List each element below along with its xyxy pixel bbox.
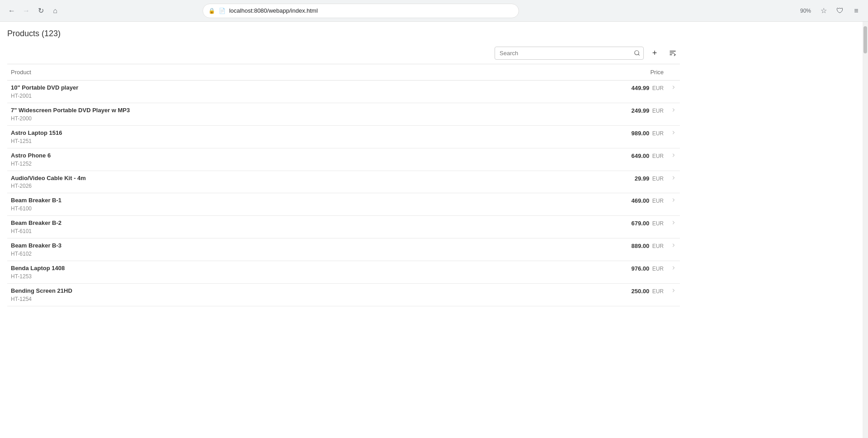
browser-right-controls: 90% ☆ 🛡 ≡ bbox=[797, 5, 863, 17]
table-row[interactable]: Astro Laptop 1516HT-1251989.00 EUR bbox=[7, 125, 680, 148]
chevron-right-icon bbox=[671, 265, 676, 272]
menu-button[interactable]: ≡ bbox=[850, 5, 863, 17]
product-id: HT-1252 bbox=[11, 161, 506, 167]
chevron-right-icon bbox=[671, 197, 676, 204]
product-cell: 7" Widescreen Portable DVD Player w MP3H… bbox=[7, 103, 510, 125]
chevron-cell[interactable] bbox=[667, 261, 680, 284]
search-icon bbox=[634, 50, 640, 56]
price-currency: EUR bbox=[651, 176, 664, 182]
product-name: Beam Breaker B-2 bbox=[11, 219, 506, 227]
product-name: 7" Widescreen Portable DVD Player w MP3 bbox=[11, 107, 506, 114]
product-cell: Bending Screen 21HDHT-1254 bbox=[7, 284, 510, 306]
back-button[interactable]: ← bbox=[5, 5, 18, 17]
chevron-cell[interactable] bbox=[667, 193, 680, 216]
price-value: 250.00 bbox=[632, 288, 650, 295]
forward-button[interactable]: → bbox=[20, 5, 33, 17]
sort-button[interactable] bbox=[665, 46, 680, 60]
url-input[interactable] bbox=[229, 7, 513, 14]
price-cell: 250.00 EUR bbox=[510, 284, 667, 306]
price-cell: 976.00 EUR bbox=[510, 261, 667, 284]
chevron-cell[interactable] bbox=[667, 148, 680, 171]
price-currency: EUR bbox=[651, 243, 664, 249]
price-currency: EUR bbox=[651, 108, 664, 114]
price-value: 989.00 bbox=[632, 130, 650, 137]
chevron-right-icon bbox=[671, 242, 676, 249]
price-cell: 889.00 EUR bbox=[510, 238, 667, 261]
product-list: 10" Portable DVD playerHT-2001449.99 EUR… bbox=[7, 81, 680, 306]
search-container bbox=[495, 47, 644, 60]
search-input[interactable] bbox=[495, 47, 644, 60]
price-value: 249.99 bbox=[632, 107, 650, 114]
chevron-cell[interactable] bbox=[667, 284, 680, 306]
price-currency: EUR bbox=[651, 85, 664, 91]
chevron-cell[interactable] bbox=[667, 238, 680, 261]
product-id: HT-6102 bbox=[11, 251, 506, 257]
product-cell: Beam Breaker B-3HT-6102 bbox=[7, 238, 510, 261]
chevron-cell[interactable] bbox=[667, 171, 680, 193]
price-currency: EUR bbox=[651, 130, 664, 137]
price-cell: 449.99 EUR bbox=[510, 81, 667, 103]
product-cell: 10" Portable DVD playerHT-2001 bbox=[7, 81, 510, 103]
price-currency: EUR bbox=[651, 288, 664, 295]
price-cell: 679.00 EUR bbox=[510, 216, 667, 238]
chevron-cell[interactable] bbox=[667, 103, 680, 125]
price-value: 976.00 bbox=[632, 265, 650, 272]
search-button[interactable] bbox=[634, 50, 640, 56]
product-id: HT-1253 bbox=[11, 273, 506, 280]
sort-icon bbox=[669, 49, 676, 57]
product-table: Product Price 10" Portable DVD playerHT-… bbox=[7, 64, 680, 306]
chevron-cell[interactable] bbox=[667, 216, 680, 238]
shield-button[interactable]: 🛡 bbox=[834, 5, 846, 17]
price-value: 29.99 bbox=[635, 175, 650, 182]
table-row[interactable]: Beam Breaker B-1HT-6100469.00 EUR bbox=[7, 193, 680, 216]
price-cell: 469.00 EUR bbox=[510, 193, 667, 216]
toolbar: + bbox=[7, 42, 680, 64]
add-button[interactable]: + bbox=[647, 46, 662, 60]
chevron-right-icon bbox=[671, 129, 676, 137]
table-row[interactable]: Beam Breaker B-3HT-6102889.00 EUR bbox=[7, 238, 680, 261]
table-row[interactable]: Audio/Video Cable Kit - 4mHT-202629.99 E… bbox=[7, 171, 680, 193]
table-row[interactable]: Benda Laptop 1408HT-1253976.00 EUR bbox=[7, 261, 680, 284]
product-id: HT-1254 bbox=[11, 296, 506, 302]
price-cell: 29.99 EUR bbox=[510, 171, 667, 193]
scrollbar-track[interactable] bbox=[863, 22, 868, 306]
column-actions bbox=[667, 64, 680, 81]
browser-chrome: ← → ↻ ⌂ 🔒 📄 90% ☆ 🛡 ≡ bbox=[0, 0, 868, 22]
bookmark-button[interactable]: ☆ bbox=[817, 5, 830, 17]
table-row[interactable]: 10" Portable DVD playerHT-2001449.99 EUR bbox=[7, 81, 680, 103]
product-cell: Beam Breaker B-2HT-6101 bbox=[7, 216, 510, 238]
table-row[interactable]: Bending Screen 21HDHT-1254250.00 EUR bbox=[7, 284, 680, 306]
page-icon: 📄 bbox=[219, 8, 226, 14]
price-currency: EUR bbox=[651, 266, 664, 272]
zoom-level: 90% bbox=[797, 7, 814, 15]
scrollbar-thumb[interactable] bbox=[863, 26, 867, 53]
page-header: Products (123) bbox=[7, 22, 680, 42]
chevron-right-icon bbox=[671, 107, 676, 114]
product-cell: Astro Laptop 1516HT-1251 bbox=[7, 125, 510, 148]
refresh-button[interactable]: ↻ bbox=[34, 5, 47, 17]
table-row[interactable]: Beam Breaker B-2HT-6101679.00 EUR bbox=[7, 216, 680, 238]
product-id: HT-2026 bbox=[11, 183, 506, 189]
home-button[interactable]: ⌂ bbox=[49, 5, 61, 17]
price-currency: EUR bbox=[651, 153, 664, 159]
product-id: HT-6101 bbox=[11, 228, 506, 234]
chevron-right-icon bbox=[671, 175, 676, 182]
column-price: Price bbox=[510, 64, 667, 81]
price-cell: 249.99 EUR bbox=[510, 103, 667, 125]
price-value: 649.00 bbox=[632, 152, 650, 159]
product-name: Beam Breaker B-1 bbox=[11, 197, 506, 205]
column-product: Product bbox=[7, 64, 510, 81]
chevron-cell[interactable] bbox=[667, 81, 680, 103]
table-row[interactable]: 7" Widescreen Portable DVD Player w MP3H… bbox=[7, 103, 680, 125]
product-id: HT-2000 bbox=[11, 115, 506, 122]
table-header: Product Price bbox=[7, 64, 680, 81]
price-value: 449.99 bbox=[632, 85, 650, 91]
svg-line-1 bbox=[638, 54, 640, 56]
product-name: Benda Laptop 1408 bbox=[11, 265, 506, 272]
table-row[interactable]: Astro Phone 6HT-1252649.00 EUR bbox=[7, 148, 680, 171]
product-name: 10" Portable DVD player bbox=[11, 84, 506, 92]
chevron-cell[interactable] bbox=[667, 125, 680, 148]
page-title: Products (123) bbox=[7, 29, 61, 38]
browser-address-bar[interactable]: 🔒 📄 bbox=[203, 4, 519, 18]
chevron-right-icon bbox=[671, 219, 676, 227]
